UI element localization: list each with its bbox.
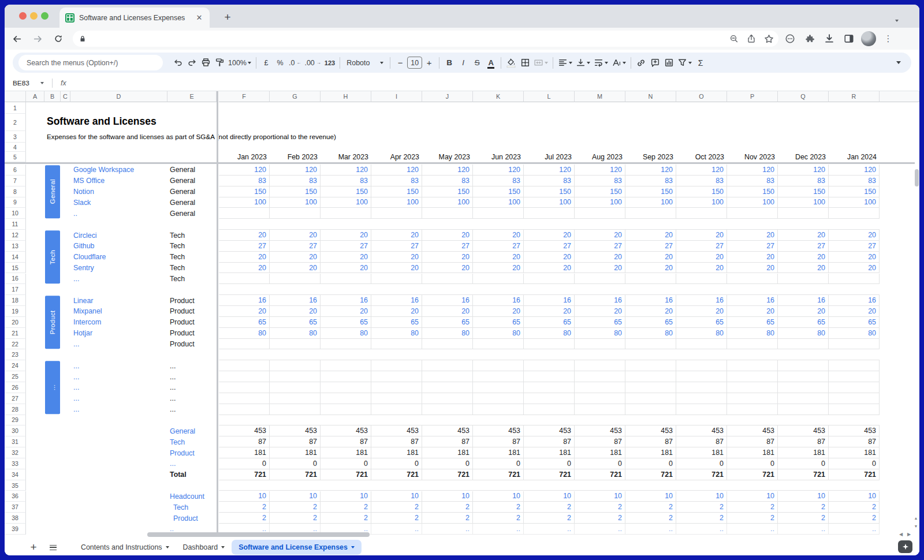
value-cell-N19[interactable]: 20 [625,306,676,317]
value-cell-M38[interactable]: 2 [575,513,625,524]
value-cell-L28[interactable] [524,404,575,415]
value-cell-Q13[interactable]: 27 [778,241,829,252]
value-cell-G9[interactable]: 100 [270,197,321,208]
item-name-cell-D7[interactable]: MS Office [70,176,167,186]
value-cell-I24[interactable] [371,360,422,371]
row-header-34[interactable]: 34 [5,469,26,480]
name-box[interactable]: BE83 [5,79,47,87]
value-cell-M34[interactable]: 721 [575,469,625,480]
value-cell-O16[interactable] [676,274,727,285]
row-header-3[interactable]: 3 [5,131,26,143]
category-cell-E25[interactable]: ... [167,371,217,382]
item-name-cell-D16[interactable]: ... [70,274,167,285]
value-cell-O33[interactable]: 0 [676,458,727,469]
month-header-Sep-2023[interactable]: Sep 2023 [625,152,676,162]
row-header-22[interactable]: 22 [5,339,26,350]
tab-search-chevron-icon[interactable] [895,14,899,24]
value-cell-G25[interactable] [270,371,321,382]
value-cell-Q15[interactable]: 20 [778,263,829,274]
value-cell-G31[interactable]: 87 [270,436,321,447]
value-cell-M14[interactable]: 20 [575,252,625,263]
value-cell-Q31[interactable]: 87 [778,436,829,447]
row-header-20[interactable]: 20 [5,317,26,328]
value-cell-O34[interactable]: 721 [676,469,727,480]
value-cell-Q26[interactable] [778,382,829,393]
row-header-14[interactable]: 14 [5,252,26,263]
value-cell-H12[interactable]: 20 [321,230,371,241]
gap-row-17[interactable] [219,284,880,295]
value-cell-J39[interactable]: .. [422,524,473,535]
item-name-cell-D13[interactable]: Github [70,241,167,252]
value-cell-I18[interactable]: 16 [371,295,422,306]
value-cell-R10[interactable] [829,208,880,219]
category-cell-E16[interactable]: Tech [167,274,217,285]
value-cell-H36[interactable]: 10 [321,491,371,502]
value-cell-I20[interactable]: 65 [371,317,422,328]
increase-font-size-button[interactable]: + [422,55,436,70]
value-cell-P28[interactable] [727,404,778,415]
value-cell-M32[interactable]: 181 [575,447,625,458]
value-cell-J26[interactable] [422,382,473,393]
borders-icon[interactable] [518,55,532,70]
value-cell-M20[interactable]: 65 [575,317,625,328]
value-cell-H31[interactable]: 87 [321,436,371,447]
value-cell-M28[interactable] [575,404,625,415]
value-cell-O19[interactable]: 20 [676,306,727,317]
value-cell-L26[interactable] [524,382,575,393]
value-cell-F21[interactable]: 80 [219,328,270,339]
more-formats-button[interactable]: 123 [323,55,337,70]
row-header-16[interactable]: 16 [5,274,26,285]
item-name-cell-D24[interactable]: ... [70,360,167,371]
month-header-Jan-2023[interactable]: Jan 2023 [219,152,270,162]
value-cell-G24[interactable] [270,360,321,371]
value-cell-F7[interactable]: 83 [219,176,270,186]
value-cell-H15[interactable]: 20 [321,263,371,274]
explore-sparkle-button[interactable] [898,540,912,553]
value-cell-R7[interactable]: 83 [829,176,880,186]
value-cell-R39[interactable]: .. [829,524,880,535]
value-cell-R24[interactable] [829,360,880,371]
column-header-partial[interactable] [880,91,919,102]
value-cell-P6[interactable]: 120 [727,165,778,176]
value-cell-Q34[interactable]: 721 [778,469,829,480]
value-cell-J22[interactable] [422,339,473,350]
value-cell-Q8[interactable]: 150 [778,186,829,197]
decrease-font-size-button[interactable]: − [393,55,407,70]
gap-row-11[interactable] [219,219,880,230]
row-header-4[interactable]: 4 [5,143,26,152]
italic-button[interactable]: I [456,55,470,70]
value-cell-O26[interactable] [676,382,727,393]
value-cell-Q19[interactable]: 20 [778,306,829,317]
item-name-cell-D25[interactable]: ... [70,371,167,382]
summary-label-cell-E34[interactable]: Total [167,469,217,480]
value-cell-O14[interactable]: 20 [676,252,727,263]
value-cell-P22[interactable] [727,339,778,350]
month-header-Oct-2023[interactable]: Oct 2023 [676,152,727,162]
value-cell-O18[interactable]: 16 [676,295,727,306]
item-name-cell-D6[interactable]: Google Workspace [70,165,167,176]
category-cell-E6[interactable]: General [167,165,217,176]
value-cell-N22[interactable] [625,339,676,350]
decrease-decimal-button[interactable]: .0← [287,55,303,70]
column-header-F[interactable]: F [219,91,270,102]
value-cell-K28[interactable] [473,404,524,415]
value-cell-N28[interactable] [625,404,676,415]
value-cell-J32[interactable]: 181 [422,447,473,458]
value-cell-R21[interactable]: 80 [829,328,880,339]
value-cell-L20[interactable]: 65 [524,317,575,328]
value-cell-Q21[interactable]: 80 [778,328,829,339]
value-cell-N30[interactable]: 453 [625,425,676,436]
category-cell-E18[interactable]: Product [167,295,217,306]
value-cell-N25[interactable] [625,371,676,382]
value-cell-G26[interactable] [270,382,321,393]
value-cell-Q9[interactable]: 100 [778,197,829,208]
row-header-8[interactable]: 8 [5,186,26,197]
value-cell-J37[interactable]: 2 [422,502,473,513]
value-cell-J9[interactable]: 100 [422,197,473,208]
value-cell-P30[interactable]: 453 [727,425,778,436]
value-cell-H6[interactable]: 120 [321,165,371,176]
all-sheets-icon[interactable] [45,540,61,554]
reload-icon[interactable] [50,30,67,47]
summary-label-cell-E38[interactable]: Product [167,513,217,524]
value-cell-R33[interactable]: 0 [829,458,880,469]
